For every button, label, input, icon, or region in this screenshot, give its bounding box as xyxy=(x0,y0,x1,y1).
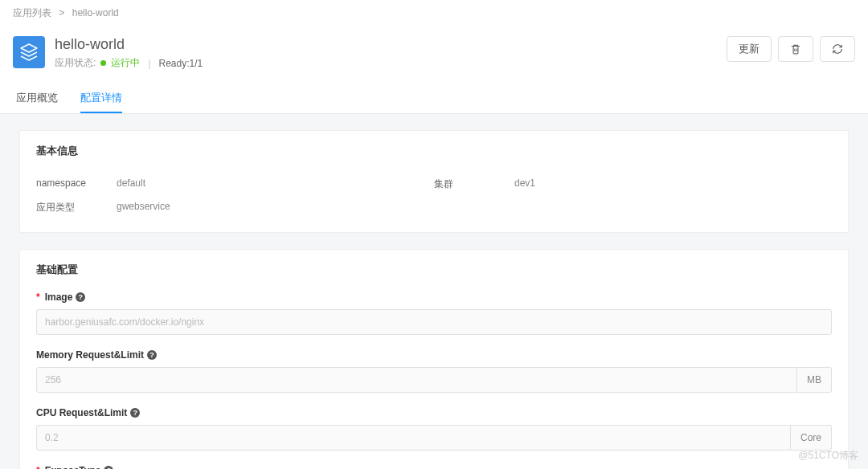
watermark: @51CTO博客 xyxy=(798,449,858,463)
refresh-icon xyxy=(832,43,843,55)
image-label: Image xyxy=(45,292,73,303)
tab-overview[interactable]: 应用概览 xyxy=(16,83,58,113)
refresh-button[interactable] xyxy=(820,36,855,62)
namespace-value: default xyxy=(117,177,145,191)
basic-info-title: 基本信息 xyxy=(36,144,832,158)
help-icon[interactable]: ? xyxy=(130,408,140,418)
required-star-icon: * xyxy=(36,292,40,303)
memory-unit: MB xyxy=(797,367,832,393)
status-text: 运行中 xyxy=(111,56,140,70)
app-type-label: 应用类型 xyxy=(36,201,117,214)
tab-config[interactable]: 配置详情 xyxy=(80,83,122,113)
trash-icon xyxy=(790,43,801,55)
memory-input[interactable] xyxy=(36,367,797,393)
base-config-title: 基础配置 xyxy=(36,263,832,277)
required-star-icon: * xyxy=(36,465,40,469)
base-config-card: 基础配置 * Image ? Memory Request&Limit ? MB xyxy=(19,249,849,469)
status-label: 应用状态: xyxy=(55,56,96,70)
app-layers-icon xyxy=(13,36,45,68)
cpu-input[interactable] xyxy=(36,425,791,451)
cluster-value: dev1 xyxy=(514,177,535,191)
status-dot-icon xyxy=(100,60,106,66)
update-button[interactable]: 更新 xyxy=(727,36,772,62)
expose-label: ExposeType xyxy=(45,465,101,469)
breadcrumb-current: hello-world xyxy=(72,7,119,18)
breadcrumb-sep: > xyxy=(59,7,64,18)
namespace-label: namespace xyxy=(36,177,117,191)
breadcrumb-root[interactable]: 应用列表 xyxy=(13,7,51,18)
tab-bar: 应用概览 配置详情 xyxy=(13,83,855,113)
breadcrumb: 应用列表 > hello-world xyxy=(0,0,868,27)
pipe-sep: | xyxy=(148,58,150,69)
cluster-label: 集群 xyxy=(434,177,514,191)
help-icon[interactable]: ? xyxy=(76,292,85,302)
help-icon[interactable]: ? xyxy=(104,466,113,469)
delete-button[interactable] xyxy=(778,36,813,62)
page-header: hello-world 应用状态: 运行中 | Ready:1/1 更新 应用概… xyxy=(0,27,868,114)
cpu-label: CPU Request&Limit xyxy=(36,407,127,418)
image-input[interactable] xyxy=(36,309,832,335)
app-title: hello-world xyxy=(55,36,717,53)
app-type-value: gwebservice xyxy=(117,201,170,214)
ready-text: Ready:1/1 xyxy=(158,58,203,69)
help-icon[interactable]: ? xyxy=(147,350,157,360)
basic-info-card: 基本信息 namespace default 集群 dev1 应用类型 gweb… xyxy=(19,130,849,233)
memory-label: Memory Request&Limit xyxy=(36,349,144,361)
cpu-unit: Core xyxy=(791,425,832,451)
